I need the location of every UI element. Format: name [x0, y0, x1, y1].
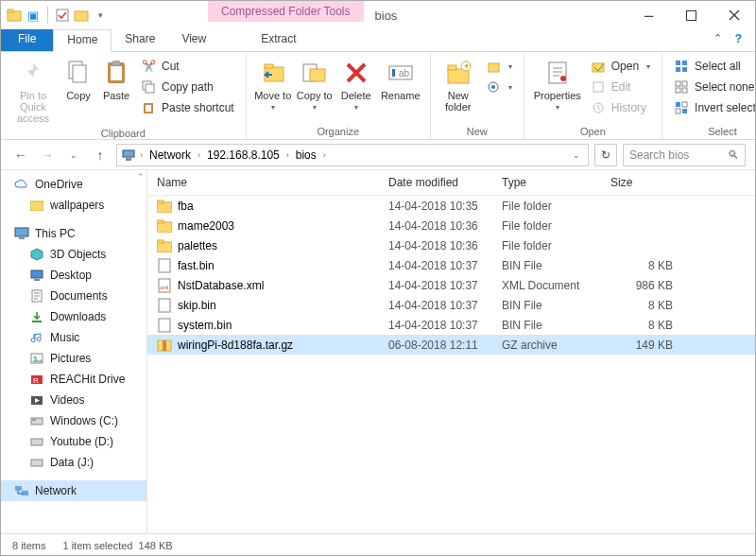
tree-item-label: Documents [50, 289, 108, 303]
easy-access-button[interactable]: ▾ [484, 78, 514, 96]
file-row[interactable]: wiringPi-8d188fa.tar.gz06-08-2018 12:11G… [147, 335, 755, 355]
edit-button[interactable]: Edit [589, 78, 652, 96]
properties-button[interactable]: Properties▾ [530, 54, 585, 115]
move-to-button[interactable]: Move to▾ [252, 54, 294, 115]
col-name[interactable]: Name [157, 176, 388, 189]
qat-properties-icon[interactable]: ▣ [26, 8, 41, 23]
address-dropdown-icon[interactable]: ⌄ [573, 150, 584, 160]
crumb-folder[interactable]: bios [293, 147, 319, 164]
new-item-button[interactable]: ▾ [484, 58, 514, 75]
nav-recent-button[interactable]: ⌄ [63, 145, 84, 165]
svg-rect-17 [310, 69, 325, 81]
tree-item[interactable]: Youtube (D:) [1, 431, 146, 452]
open-button[interactable]: Open▾ [589, 58, 652, 75]
delete-icon [341, 58, 371, 88]
svg-rect-46 [126, 158, 131, 161]
tab-home[interactable]: Home [53, 29, 112, 52]
file-date: 14-04-2018 10:35 [388, 200, 502, 213]
maximize-button[interactable] [670, 1, 713, 29]
window-title: bios [375, 9, 398, 23]
file-row[interactable]: palettes14-04-2018 10:36File folder [147, 235, 755, 255]
tree-item[interactable]: Desktop [1, 265, 146, 286]
nav-forward-button[interactable]: → [37, 145, 58, 165]
rename-button[interactable]: ab Rename [377, 54, 424, 105]
qat-checkbox-icon[interactable] [55, 8, 70, 23]
tree-item[interactable]: Data (J:) [1, 452, 146, 473]
paste-shortcut-button[interactable]: Paste shortcut [139, 99, 236, 116]
invert-selection-button[interactable]: Invert selection [672, 99, 756, 116]
column-headers[interactable]: Name Date modified Type Size [147, 170, 755, 196]
tree-item[interactable]: RREACHit Drive [1, 369, 146, 390]
tree-network[interactable]: Network [1, 480, 146, 501]
tab-extract[interactable]: Extract [248, 29, 309, 51]
select-all-icon [674, 59, 689, 74]
tree-item[interactable]: Downloads [1, 306, 146, 327]
close-button[interactable] [713, 1, 755, 29]
cut-button[interactable]: ✂️Cut [139, 58, 236, 75]
col-size[interactable]: Size [610, 176, 686, 189]
copy-button[interactable]: Copy [60, 54, 97, 105]
collapse-ribbon-icon[interactable]: ⌃ [713, 32, 722, 45]
tree-onedrive[interactable]: OneDrive [1, 174, 146, 195]
tab-share[interactable]: Share [112, 29, 168, 51]
svg-rect-2 [57, 9, 68, 21]
crumb-host[interactable]: 192.168.8.105 [204, 147, 283, 164]
refresh-button[interactable]: ↻ [594, 144, 617, 166]
col-type[interactable]: Type [502, 176, 610, 189]
pin-to-quick-access-button[interactable]: Pin to Quick access [7, 54, 60, 128]
file-type: File folder [502, 239, 610, 252]
copy-to-button[interactable]: Copy to▾ [294, 54, 335, 115]
nav-up-button[interactable]: ↑ [90, 145, 111, 165]
file-row[interactable]: system.bin14-04-2018 10:37BIN File8 KB [147, 315, 755, 335]
tree-scroll-up-icon[interactable]: ⌃ [137, 172, 145, 182]
tree-item[interactable]: Pictures [1, 348, 146, 369]
help-icon[interactable]: ? [735, 32, 742, 45]
paste-button[interactable]: Paste [97, 54, 135, 105]
folder-icon[interactable] [7, 8, 22, 23]
svg-rect-50 [31, 270, 43, 278]
file-size: 8 KB [610, 259, 686, 272]
copy-path-button[interactable]: Copy path [139, 78, 236, 96]
svg-rect-65 [157, 202, 172, 213]
crumb-network[interactable]: Network [146, 147, 194, 164]
tree-this-pc[interactable]: This PC [1, 223, 146, 244]
qat-dropdown-icon[interactable]: ▾ [93, 8, 108, 23]
delete-button[interactable]: Delete▾ [335, 54, 377, 115]
tree-item[interactable]: Windows (C:) [1, 410, 146, 431]
file-row[interactable]: skip.bin14-04-2018 10:37BIN File8 KB [147, 295, 755, 315]
file-icon [157, 318, 172, 333]
file-row[interactable]: fba14-04-2018 10:35File folder [147, 196, 755, 216]
folder-icon [29, 198, 44, 213]
select-none-button[interactable]: Select none [672, 78, 756, 96]
minimize-button[interactable]: ─ [627, 1, 670, 29]
qat-folder-icon[interactable] [74, 8, 89, 23]
file-row[interactable]: mame200314-04-2018 10:36File folder [147, 216, 755, 235]
file-row[interactable]: xmlNstDatabase.xml14-04-2018 10:37XML Do… [147, 275, 755, 295]
nav-back-button[interactable]: ← [10, 145, 31, 165]
tab-file[interactable]: File [1, 29, 53, 51]
breadcrumb[interactable]: › Network› 192.168.8.105› bios› ⌄ [116, 144, 589, 166]
col-date[interactable]: Date modified [388, 176, 502, 189]
svg-rect-1 [8, 9, 13, 12]
file-row[interactable]: fast.bin14-04-2018 10:37BIN File8 KB [147, 255, 755, 275]
svg-rect-43 [676, 109, 680, 113]
file-date: 14-04-2018 10:36 [388, 219, 502, 233]
tree-item[interactable]: Music [1, 327, 146, 348]
history-button[interactable]: History [589, 99, 652, 116]
svg-rect-34 [682, 61, 687, 65]
file-size: 986 KB [610, 279, 686, 292]
svg-rect-25 [489, 63, 499, 72]
group-label-open: Open [530, 126, 656, 139]
tree-item[interactable]: Documents [1, 286, 146, 306]
new-folder-button[interactable]: ✦ New folder [437, 54, 480, 116]
nav-tree[interactable]: ⌃ OneDrive wallpapers This PC 3D Objects… [1, 170, 147, 533]
tree-item[interactable]: Videos [1, 390, 146, 410]
tab-view[interactable]: View [168, 29, 219, 51]
svg-rect-63 [15, 486, 22, 491]
file-icon [157, 338, 172, 353]
search-input[interactable]: Search bios 🔍︎ [623, 144, 746, 166]
status-selected-count: 1 item selected [62, 540, 132, 551]
tree-wallpapers[interactable]: wallpapers [1, 195, 146, 216]
select-all-button[interactable]: Select all [672, 58, 756, 75]
tree-item[interactable]: 3D Objects [1, 244, 146, 265]
